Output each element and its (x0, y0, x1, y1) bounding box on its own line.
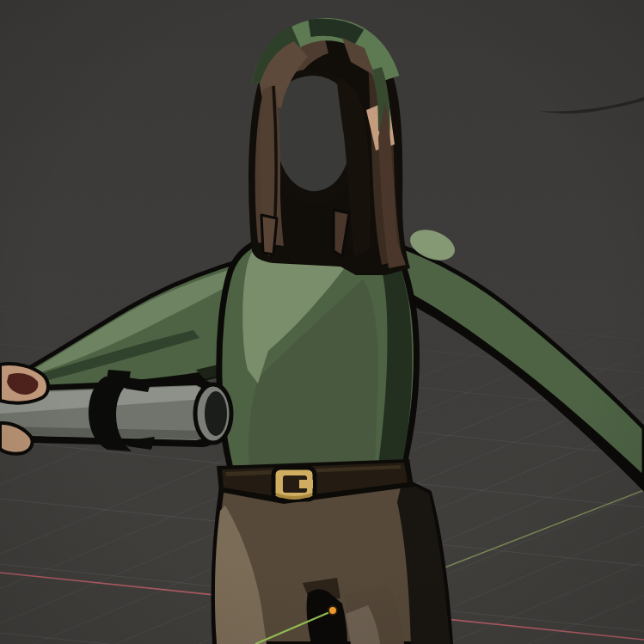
character-pants (213, 480, 451, 644)
character-head (248, 24, 410, 275)
viewport-3d[interactable] (0, 0, 644, 644)
gold-buckle (273, 468, 315, 500)
origin-dot (328, 606, 337, 615)
buckle-prong (299, 480, 313, 488)
headband-shade-top (310, 28, 359, 37)
chest-strand-left (261, 215, 277, 255)
club-end-face (205, 391, 227, 436)
viewport-canvas[interactable] (0, 0, 644, 644)
